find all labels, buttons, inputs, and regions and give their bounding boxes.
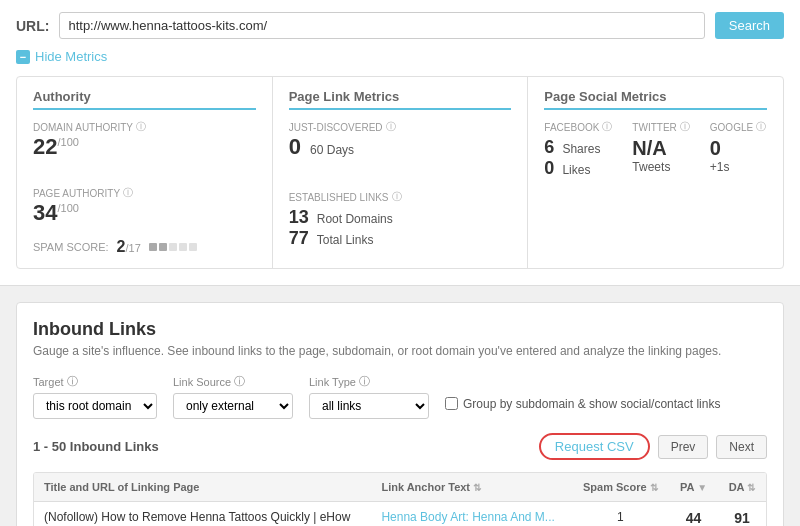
spam-score-label: SPAM SCORE: (33, 241, 109, 253)
search-button[interactable]: Search (715, 12, 784, 39)
inbound-actions: Request CSV Prev Next (539, 433, 767, 460)
domain-authority-info-icon: ⓘ (136, 120, 146, 134)
page-link-metrics-col: Page Link Metrics JUST-DISCOVERED ⓘ 0 60… (273, 77, 529, 268)
facebook-info-icon: ⓘ (602, 120, 612, 134)
anchor-sort-icon: ⇅ (473, 482, 481, 493)
spam-row: SPAM SCORE: 2/17 (33, 238, 256, 256)
inbound-count-label: 1 - 50 Inbound Links (33, 439, 159, 454)
link-type-label: Link Type ⓘ (309, 374, 429, 389)
link-source-info-icon: ⓘ (234, 374, 245, 389)
table-cell-da: 91 (718, 502, 766, 527)
spam-dot-2 (159, 243, 167, 251)
spam-dot-4 (179, 243, 187, 251)
table-row: (Nofollow) How to Remove Henna Tattoos Q… (34, 502, 766, 527)
twitter-value-group: N/A Tweets (632, 137, 689, 174)
spam-score-num: 1 (581, 510, 659, 524)
twitter-unit: Tweets (632, 160, 689, 174)
table-cell-pa: 44 (669, 502, 718, 527)
target-filter: Target ⓘ this root domain this page this… (33, 374, 157, 419)
hide-metrics-button[interactable]: − Hide Metrics (16, 49, 107, 64)
just-discovered-label: JUST-DISCOVERED ⓘ (289, 120, 396, 134)
col-title-url: Title and URL of Linking Page (34, 473, 371, 502)
just-discovered-info-icon: ⓘ (386, 120, 396, 134)
google-value: 0 (710, 137, 766, 160)
prev-button[interactable]: Prev (658, 435, 709, 459)
link-type-select[interactable]: all links followed nofollow (309, 393, 429, 419)
root-domains-value: 13 Root Domains (289, 207, 402, 228)
facebook-shares-value: 6 Shares (544, 137, 612, 158)
metrics-grid: Authority DOMAIN AUTHORITY ⓘ 22/100 PAGE… (16, 76, 784, 269)
spam-sort-icon: ⇅ (650, 482, 658, 493)
google-label: GOOGLE ⓘ (710, 120, 766, 134)
link-title: (Nofollow) How to Remove Henna Tattoos Q… (44, 510, 361, 524)
target-select[interactable]: this root domain this page this subdomai… (33, 393, 157, 419)
spam-dot-1 (149, 243, 157, 251)
inbound-header: 1 - 50 Inbound Links Request CSV Prev Ne… (33, 433, 767, 460)
spam-dot-3 (169, 243, 177, 251)
established-links-item: ESTABLISHED LINKS ⓘ 13 Root Domains 77 T… (289, 190, 402, 249)
url-row: URL: Search (16, 12, 784, 39)
link-type-filter: Link Type ⓘ all links followed nofollow (309, 374, 429, 419)
filters-row: Target ⓘ this root domain this page this… (33, 374, 767, 419)
page-authority-label: PAGE AUTHORITY ⓘ (33, 186, 133, 200)
table-cell-spam: 1 (571, 502, 669, 527)
da-sort-icon: ⇅ (747, 482, 755, 493)
facebook-item: FACEBOOK ⓘ 6 Shares 0 Likes (544, 120, 612, 179)
hide-metrics-icon: − (16, 50, 30, 64)
just-discovered-item: JUST-DISCOVERED ⓘ 0 60 Days (289, 120, 396, 160)
spam-score-value: 2/17 (117, 238, 141, 256)
domain-authority-value: 22/100 (33, 134, 146, 160)
table-cell-anchor: Henna Body Art: Henna And M... www.henna… (371, 502, 571, 527)
table-cell-title-url: (Nofollow) How to Remove Henna Tattoos Q… (34, 502, 371, 527)
twitter-label: TWITTER ⓘ (632, 120, 689, 134)
anchor-text: Henna Body Art: Henna And M... (381, 510, 561, 524)
target-filter-label: Target ⓘ (33, 374, 157, 389)
page-authority-value: 34/100 (33, 200, 133, 226)
twitter-item: TWITTER ⓘ N/A Tweets (632, 120, 689, 179)
group-by-checkbox-group: Group by subdomain & show social/contact… (445, 397, 720, 411)
inbound-links-table-wrapper: Title and URL of Linking Page Link Ancho… (33, 472, 767, 526)
table-header-row: Title and URL of Linking Page Link Ancho… (34, 473, 766, 502)
facebook-likes-value: 0 Likes (544, 158, 612, 179)
domain-authority-label: DOMAIN AUTHORITY ⓘ (33, 120, 146, 134)
group-by-label: Group by subdomain & show social/contact… (463, 397, 720, 411)
col-anchor-text: Link Anchor Text ⇅ (371, 473, 571, 502)
authority-title: Authority (33, 89, 256, 110)
inbound-links-desc: Gauge a site's influence. See inbound li… (33, 344, 767, 358)
page-social-metrics-col: Page Social Metrics FACEBOOK ⓘ 6 Shares (528, 77, 783, 268)
spam-bar (149, 243, 197, 251)
inbound-links-title: Inbound Links (33, 319, 767, 340)
link-source-select[interactable]: only external all only internal (173, 393, 293, 419)
group-by-checkbox[interactable] (445, 397, 458, 410)
domain-authority-item: DOMAIN AUTHORITY ⓘ 22/100 (33, 120, 146, 160)
hide-metrics-label: Hide Metrics (35, 49, 107, 64)
page-authority-item: PAGE AUTHORITY ⓘ 34/100 (33, 186, 133, 226)
link-type-info-icon: ⓘ (359, 374, 370, 389)
spam-dot-5 (189, 243, 197, 251)
link-source-label: Link Source ⓘ (173, 374, 293, 389)
target-info-icon: ⓘ (67, 374, 78, 389)
google-value-group: 0 +1s (710, 137, 766, 174)
col-pa: PA ▼ (669, 473, 718, 502)
facebook-values: 6 Shares 0 Likes (544, 137, 612, 179)
col-spam-score: Spam Score ⇅ (571, 473, 669, 502)
next-button[interactable]: Next (716, 435, 767, 459)
page-social-metrics-title: Page Social Metrics (544, 89, 767, 110)
facebook-label: FACEBOOK ⓘ (544, 120, 612, 134)
established-links-values: 13 Root Domains 77 Total Links (289, 207, 402, 249)
just-discovered-value: 0 60 Days (289, 134, 396, 160)
request-csv-button[interactable]: Request CSV (539, 433, 650, 460)
link-source-filter: Link Source ⓘ only external all only int… (173, 374, 293, 419)
authority-col: Authority DOMAIN AUTHORITY ⓘ 22/100 PAGE… (17, 77, 273, 268)
url-input[interactable] (59, 12, 704, 39)
inbound-links-table: Title and URL of Linking Page Link Ancho… (34, 473, 766, 526)
inbound-links-section: Inbound Links Gauge a site's influence. … (16, 302, 784, 526)
url-label: URL: (16, 18, 49, 34)
twitter-value: N/A (632, 137, 689, 160)
total-links-value: 77 Total Links (289, 228, 402, 249)
established-links-label: ESTABLISHED LINKS ⓘ (289, 190, 402, 204)
google-item: GOOGLE ⓘ 0 +1s (710, 120, 766, 179)
top-section: URL: Search − Hide Metrics Authority DOM… (0, 0, 800, 286)
google-info-icon: ⓘ (756, 120, 766, 134)
established-links-info-icon: ⓘ (392, 190, 402, 204)
